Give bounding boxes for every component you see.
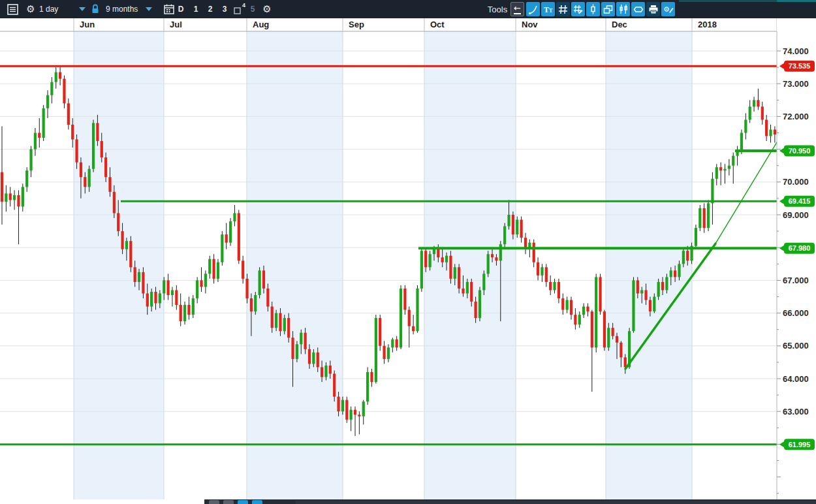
axis-tick-label: 67.000 <box>783 276 809 285</box>
bottom-toolbar <box>204 499 816 504</box>
price-badge-label: 67.980 <box>789 244 811 252</box>
eraser-icon <box>633 5 644 14</box>
undo-button[interactable]: ← <box>510 2 524 16</box>
printer-icon <box>648 5 659 14</box>
windows-tool-button[interactable] <box>601 2 615 16</box>
drawing-settings-button[interactable]: ⚙ <box>661 2 675 16</box>
axis-tick-label: 73.000 <box>783 79 809 89</box>
month-label: Nov <box>522 20 538 29</box>
panel-4-icon: 4 <box>234 4 244 14</box>
range-dropdown[interactable]: 9 months <box>106 2 158 16</box>
chart-settings-button[interactable]: ⚙ <box>24 2 38 16</box>
chevron-down-icon <box>146 7 152 11</box>
month-label: Oct <box>430 20 445 29</box>
quote-panel-button[interactable] <box>5 2 20 16</box>
window-edge-strip <box>679 0 816 2</box>
period-dropdown[interactable]: 1 day <box>39 2 86 16</box>
layout-4-button[interactable]: 4 <box>232 2 245 16</box>
print-button[interactable] <box>646 2 660 16</box>
lock-button[interactable] <box>89 2 102 16</box>
draw-tool-button[interactable] <box>571 2 585 16</box>
axis-tick-label: 70.000 <box>783 177 809 187</box>
text-icon: T T <box>543 5 554 14</box>
month-label: Jul <box>170 20 182 29</box>
hatch-pencil-icon <box>573 5 583 14</box>
chart-canvas[interactable]: JunJulAugSepOctNovDec201874.00073.00072.… <box>0 18 816 504</box>
price-badge-label: 61.995 <box>789 441 811 449</box>
month-label: Jun <box>80 20 95 29</box>
period-value: 1 day <box>39 5 58 14</box>
curve-icon <box>528 5 538 14</box>
month-label: Dec <box>612 20 627 29</box>
trendline-tool-button[interactable] <box>526 2 540 16</box>
range-value: 9 months <box>106 5 138 14</box>
arrow-left-icon: ← <box>514 4 521 14</box>
bottom-tool-button-2[interactable] <box>223 500 234 504</box>
month-band <box>247 31 343 499</box>
month-band <box>424 31 516 499</box>
pattern-tool-button[interactable] <box>616 2 630 16</box>
lock-icon <box>91 4 100 14</box>
axis-tick-label: 66.000 <box>783 308 809 318</box>
calendar-button[interactable] <box>162 2 176 16</box>
month-band <box>74 31 164 499</box>
chevron-down-icon <box>79 7 86 11</box>
axis-tick-label: 74.000 <box>783 46 809 56</box>
month-header <box>0 18 816 31</box>
bottom-scrollbar[interactable] <box>296 501 816 504</box>
tools-label: Tools <box>486 2 509 16</box>
svg-text:T: T <box>544 5 549 14</box>
candle-icon <box>588 4 598 14</box>
layout-1-button[interactable]: 1 <box>190 2 202 16</box>
price-badge-label: 70.950 <box>789 147 811 155</box>
layout-5-button[interactable]: 5 <box>247 2 259 16</box>
axis-tick-label: 72.000 <box>783 112 809 121</box>
gear-pencil-icon: ⚙ <box>663 4 674 14</box>
svg-text:T: T <box>549 8 553 14</box>
price-axis[interactable] <box>777 18 816 504</box>
month-label: Aug <box>253 20 269 29</box>
axis-tick-label: 64.000 <box>783 374 809 384</box>
candlestick-tool-button[interactable] <box>586 2 600 16</box>
axis-tick-label: 65.000 <box>783 341 809 351</box>
bottom-tool-button-4[interactable] <box>252 500 262 504</box>
crosshair-tool-button[interactable] <box>556 2 570 16</box>
price-badge-label: 69.415 <box>789 197 811 205</box>
month-label: 2018 <box>698 20 717 29</box>
gear-icon: ⚙ <box>262 5 271 14</box>
eraser-tool-button[interactable] <box>631 2 645 16</box>
top-toolbar: ⚙ 1 day 9 months D 1 2 3 <box>0 0 816 18</box>
text-tool-button[interactable]: T T <box>541 2 555 16</box>
layers-icon <box>603 5 613 14</box>
price-badge-label: 73.535 <box>789 62 811 70</box>
bottom-tool-button-3[interactable] <box>238 500 248 504</box>
svg-text:⚙: ⚙ <box>663 5 670 14</box>
axis-tick-label: 69.000 <box>783 210 809 220</box>
chart-region: JunJulAugSepOctNovDec201874.00073.00072.… <box>0 18 816 504</box>
bottom-tool-button-1[interactable] <box>209 500 219 504</box>
candles-icon <box>618 4 629 14</box>
layout-settings-button[interactable]: ⚙ <box>260 2 274 16</box>
axis-tick-label: 63.000 <box>783 407 809 417</box>
list-icon <box>7 4 18 15</box>
layout-2-button[interactable]: 2 <box>204 2 216 16</box>
month-label: Sep <box>349 20 364 29</box>
grid-crosshair-icon <box>558 5 568 14</box>
layout-3-button[interactable]: 3 <box>219 2 230 16</box>
layout-d-button[interactable]: D <box>175 2 187 16</box>
calendar-icon <box>164 4 174 14</box>
gear-icon: ⚙ <box>26 5 35 14</box>
